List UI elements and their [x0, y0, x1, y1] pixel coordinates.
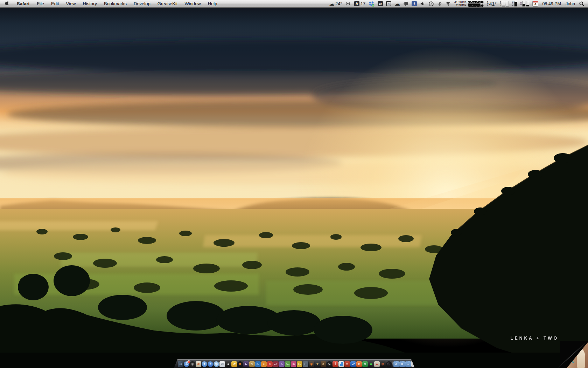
droplr-icon: ∩	[386, 1, 391, 6]
apple-logo-icon	[5, 0, 10, 7]
dock-color-wheel-app[interactable]: ✹	[237, 361, 243, 367]
corner-album-peek: KA TWO	[560, 341, 588, 368]
volume-icon	[420, 1, 425, 6]
time-machine-icon	[428, 1, 434, 7]
dock-sync-arrows-app[interactable]: ⇄	[380, 361, 386, 367]
menu-item-develop[interactable]: Develop	[130, 0, 154, 7]
xmarks-menu[interactable]	[345, 0, 351, 7]
dock-icons: ☺ A ◉ ❀ ✦	[178, 360, 416, 367]
cpu-gauge-2	[506, 1, 509, 7]
menu-item-help[interactable]: Help	[204, 0, 221, 7]
app-menus: FileEditViewHistoryBookmarksDevelopGreas…	[33, 0, 220, 7]
dock-sync-yellow-app[interactable]: ⟳	[231, 361, 237, 367]
dock-lightroom[interactable]: Lr	[303, 361, 308, 367]
volume-menu[interactable]	[420, 0, 425, 7]
dock-app-store[interactable]: A	[184, 361, 189, 367]
dock-folder-applications[interactable]: A	[393, 361, 399, 367]
menu-safari[interactable]: Safari	[13, 0, 33, 7]
sync-arrows-icon: ⇄	[378, 1, 383, 6]
dock-premiere[interactable]: Pr	[279, 361, 285, 367]
calendar-icon: 4	[532, 1, 538, 7]
menu-item-window[interactable]: Window	[181, 0, 204, 7]
dock-star-app[interactable]: ★	[315, 361, 320, 367]
bluetooth-menu[interactable]	[437, 0, 442, 7]
desktop[interactable]: LENKA + TWO KA TWO	[0, 7, 588, 368]
temperature-meter[interactable]: TMP 41°	[487, 0, 497, 7]
menu-item-edit[interactable]: Edit	[48, 0, 62, 7]
dock-red-utility-app[interactable]: ‖	[332, 361, 338, 367]
dock-itunes[interactable]: ♪	[208, 361, 213, 367]
dock-folder-downloads[interactable]: ◒	[405, 361, 411, 367]
dock-blue-globe-app[interactable]: ◍	[214, 361, 219, 367]
dock-sims-plumbob[interactable]: ◆	[368, 361, 374, 367]
dock-photoshop[interactable]: Ps	[255, 361, 261, 367]
dock-indesign[interactable]: ID	[291, 361, 296, 367]
letter-a-menu[interactable]: A 17	[354, 0, 365, 7]
dock-after-effects[interactable]: AE	[273, 361, 279, 367]
dock-photos[interactable]: ❀	[196, 361, 201, 367]
dock-camera-lens[interactable]: ●	[225, 361, 231, 367]
dock-dreamweaver[interactable]: Dw	[285, 361, 290, 367]
menu-item-bookmarks[interactable]: Bookmarks	[100, 0, 130, 7]
dock-fireworks[interactable]: Fw	[297, 361, 302, 367]
menu-item-greasekit[interactable]: GreaseKit	[154, 0, 181, 7]
facebook-menu[interactable]: f	[412, 0, 417, 7]
hd-gauge-1	[522, 1, 525, 7]
dock-rocket-app[interactable]: ▲	[374, 361, 380, 367]
evernote-elephant-icon	[403, 1, 408, 6]
weather-status[interactable]: ☁ 24°	[329, 0, 342, 7]
user-menu[interactable]: John	[565, 0, 576, 7]
calendar-menu[interactable]: 4	[532, 0, 538, 7]
menu-clock[interactable]: 08:49 PM	[541, 0, 562, 7]
network-meter[interactable]: 41.2KB/s 7.5KB/s	[454, 0, 484, 7]
dock-toast-burner[interactable]: ◉	[309, 361, 314, 367]
time-machine-menu[interactable]	[428, 0, 434, 7]
menu-bar-left: Safari FileEditViewHistoryBookmarksDevel…	[0, 0, 220, 7]
dock-guitar-app[interactable]: ♬	[321, 361, 326, 367]
dock-chart-app[interactable]: ▟	[338, 361, 344, 367]
dock-folder-documents[interactable]: ≣	[399, 361, 405, 367]
wifi-menu[interactable]	[445, 0, 451, 7]
menu-item-view[interactable]: View	[63, 0, 79, 7]
mem-meter[interactable]: MEM	[512, 0, 517, 7]
cpu-label: CPU	[500, 1, 501, 6]
cloudapp-menu[interactable]: ☁	[394, 0, 400, 7]
evernote-menu[interactable]	[403, 0, 408, 7]
dock-signature-circle-app[interactable]: ∿	[327, 361, 332, 367]
mem-label: MEM	[512, 1, 513, 6]
wallpaper-watermark: LENKA + TWO	[510, 336, 559, 341]
dropbox-icon	[369, 1, 374, 7]
dropbox-menu[interactable]	[369, 0, 374, 7]
menu-item-history[interactable]: History	[79, 0, 100, 7]
dock-powerpoint[interactable]: P	[356, 361, 362, 367]
tmp-value: 41°	[489, 1, 497, 7]
dock-finder[interactable]: ☺	[178, 361, 183, 367]
menu-item-file[interactable]: File	[33, 0, 48, 7]
dock-dock-divider[interactable]	[392, 360, 393, 367]
dock-safari[interactable]: ✦	[202, 361, 207, 367]
dock: ☺ A ◉ ❀ ✦	[174, 359, 415, 368]
dock-video-editor[interactable]: ▶	[243, 361, 249, 367]
sync-square-menu[interactable]: ⇄	[378, 0, 383, 7]
cpu-meter[interactable]: CPU	[500, 0, 509, 7]
hd-meter[interactable]: HD	[520, 0, 530, 7]
dock-vinyl-record[interactable]: ◉	[190, 361, 195, 367]
status-bar: ☁ 24° A 17 ⇄ ∩ ☁	[329, 0, 588, 7]
droplr-menu[interactable]: ∩	[386, 0, 391, 7]
apple-menu[interactable]	[0, 0, 13, 7]
dock-excel[interactable]: X	[362, 361, 368, 367]
spotlight-search-icon	[579, 1, 584, 7]
menu-bar: Safari FileEditViewHistoryBookmarksDevel…	[0, 0, 588, 8]
dock-mail-document[interactable]: ✉	[219, 361, 225, 367]
wifi-icon	[445, 1, 451, 6]
dock-steam[interactable]: ☉	[386, 361, 392, 367]
xmarks-bowtie-icon	[345, 1, 351, 6]
dock-flash[interactable]: Fl	[267, 361, 273, 367]
dock-illustrator[interactable]: Ai	[261, 361, 267, 367]
dock-dictionary[interactable]: ≣	[344, 361, 350, 367]
letter-a-icon: A	[354, 1, 359, 6]
dock-pen-folder-app[interactable]: ✎	[249, 361, 255, 367]
net-down: 7.5KB/s	[454, 4, 467, 7]
dock-word[interactable]: W	[350, 361, 356, 367]
spotlight-menu[interactable]	[579, 0, 584, 7]
